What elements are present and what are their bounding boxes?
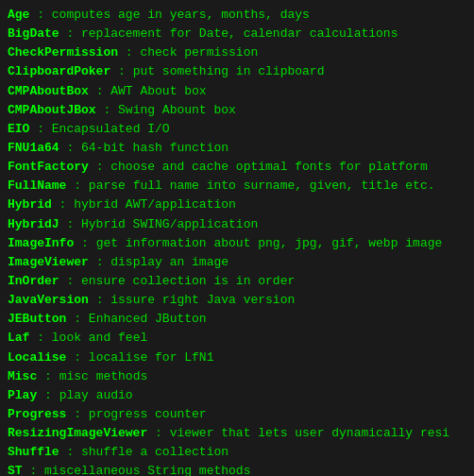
class-description: issure right Java version [110, 293, 295, 307]
class-name: Shuffle [8, 445, 59, 459]
class-description: viewer that lets user dynamically resi [170, 426, 449, 440]
separator: : [66, 350, 88, 365]
class-name: FullName [8, 178, 66, 193]
list-item: Laf : look and feel [8, 329, 466, 348]
class-description: Enhanced JButton [89, 312, 207, 326]
separator: : [110, 64, 132, 78]
separator: : [89, 255, 110, 269]
separator: : [59, 217, 81, 231]
class-description: Encapsulated I/O [52, 122, 170, 136]
class-description: computes age in years, months, days [52, 8, 310, 22]
list-item: ResizingImageViewer : viewer that lets u… [8, 424, 466, 443]
class-name: Misc [8, 369, 37, 383]
separator: : [74, 236, 95, 250]
class-name: ImageInfo [8, 236, 74, 250]
separator: : [23, 464, 44, 476]
class-name: FontFactory [8, 160, 89, 174]
separator: : [66, 407, 88, 421]
class-name: Progress [8, 407, 66, 421]
list-item: JEButton : Enhanced JButton [8, 310, 466, 329]
class-description: miscellaneous String methods [44, 464, 250, 476]
list-item: Age : computes age in years, months, day… [8, 6, 466, 25]
class-name: ImageViewer [8, 255, 89, 269]
separator: : [89, 84, 110, 98]
list-item: Shuffle : shuffle a collection [8, 443, 466, 462]
separator: : [118, 45, 140, 60]
class-description: play audio [59, 388, 133, 402]
class-description: replacement for Date, calendar calculati… [81, 26, 398, 41]
list-item: EIO : Encapsulated I/O [8, 120, 466, 139]
list-item: Play : play audio [8, 386, 466, 405]
class-name: EIO [8, 122, 29, 136]
separator: : [59, 274, 81, 288]
separator: : [59, 26, 81, 41]
class-description: parse full name into surname, given, tit… [89, 178, 435, 193]
separator: : [29, 8, 51, 22]
list-item: Progress : progress counter [8, 405, 466, 424]
list-item: CMPAboutJBox : Swing Abount box [8, 101, 466, 120]
list-item: Hybrid : hybrid AWT/application [8, 196, 466, 214]
separator: : [66, 312, 88, 326]
class-description: put something in clipboard [133, 64, 325, 78]
class-description: shuffle a collection [81, 445, 229, 459]
class-description: localise for LfN1 [89, 350, 214, 365]
class-name: Play [8, 388, 37, 402]
class-name: FNU1a64 [8, 141, 59, 155]
separator: : [29, 331, 51, 345]
class-description: 64-bit hash function [81, 141, 229, 155]
main-container: Age : computes age in years, months, day… [0, 0, 474, 476]
class-name: Hybrid [8, 197, 52, 212]
list-item: InOrder : ensure collection is in order [8, 272, 466, 291]
class-description: choose and cache optimal fonts for platf… [110, 160, 427, 174]
list-item: ST : miscellaneous String methods [8, 462, 466, 476]
list-item: CheckPermission : check permission [8, 43, 466, 62]
class-name: InOrder [8, 274, 59, 288]
class-name: JavaVersion [8, 293, 89, 307]
separator: : [89, 293, 110, 307]
class-description: Swing Abount box [118, 103, 236, 117]
list-item: JavaVersion : issure right Java version [8, 291, 466, 310]
list-item: HybridJ : Hybrid SWING/application [8, 215, 466, 234]
class-description: misc methods [59, 369, 148, 383]
class-name: ResizingImageViewer [8, 426, 147, 440]
class-description: display an image [110, 255, 229, 269]
class-name: CMPAboutBox [8, 84, 89, 98]
class-description: progress counter [89, 407, 207, 421]
class-name: CMPAboutJBox [8, 103, 96, 117]
separator: : [52, 197, 74, 212]
class-description: look and feel [52, 331, 147, 345]
class-name: Age [8, 8, 29, 22]
class-name: ClipboardPoker [8, 64, 110, 78]
class-name: JEButton [8, 312, 66, 326]
list-item: BigDate : replacement for Date, calendar… [8, 25, 466, 43]
class-name: ST [8, 464, 23, 476]
separator: : [96, 103, 118, 117]
class-description: AWT About box [110, 84, 206, 98]
class-name: Laf [8, 331, 29, 345]
list-item: Misc : misc methods [8, 367, 466, 386]
separator: : [66, 178, 88, 193]
class-name: HybridJ [8, 217, 59, 231]
separator: : [59, 445, 81, 459]
list-item: ImageInfo : get information about png, j… [8, 234, 466, 253]
class-description: Hybrid SWING/application [81, 217, 258, 231]
class-name: BigDate [8, 26, 59, 41]
list-item: FullName : parse full name into surname,… [8, 177, 466, 196]
class-description: check permission [140, 45, 258, 60]
list-item: ImageViewer : display an image [8, 253, 466, 272]
class-description: ensure collection is in order [81, 274, 295, 288]
separator: : [59, 141, 81, 155]
list-item: FNU1a64 : 64-bit hash function [8, 139, 466, 158]
separator: : [37, 388, 59, 402]
class-description: hybrid AWT/application [74, 197, 236, 212]
separator: : [147, 426, 169, 440]
separator: : [89, 160, 110, 174]
list-item: FontFactory : choose and cache optimal f… [8, 158, 466, 177]
list-item: Localise : localise for LfN1 [8, 348, 466, 367]
list-item: ClipboardPoker : put something in clipbo… [8, 62, 466, 81]
class-name: Localise [8, 350, 66, 365]
class-name: CheckPermission [8, 45, 118, 60]
list-item: CMPAboutBox : AWT About box [8, 82, 466, 101]
class-description: get information about png, jpg, gif, web… [96, 236, 443, 250]
separator: : [29, 122, 51, 136]
